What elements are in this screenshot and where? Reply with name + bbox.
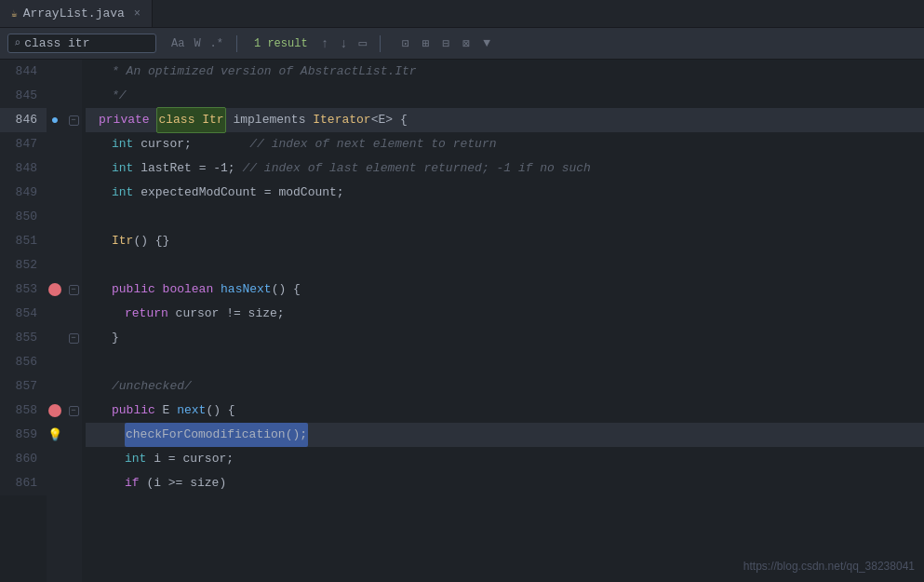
line-number: 852 — [0, 253, 47, 277]
fold-icon-cell[interactable]: − — [65, 399, 82, 423]
fold-toggle-icon[interactable]: − — [69, 406, 79, 416]
gutter-icon-cell — [47, 326, 63, 350]
fold-icon-cell — [65, 205, 82, 229]
code-line: public E next() { — [86, 399, 924, 423]
line-number: 861 — [0, 471, 47, 495]
fold-icon-cell[interactable]: − — [65, 277, 82, 302]
code-line: */ — [86, 84, 924, 108]
code-line: checkForComodification(); — [86, 423, 924, 447]
debug-breakpoint-icon[interactable] — [48, 404, 61, 417]
fold-icon-cell — [65, 253, 82, 277]
filter-btn-5[interactable]: ▼ — [478, 34, 495, 52]
search-next-button[interactable]: ↓ — [336, 35, 351, 52]
code-column: * An optimized version of AbstractList.I… — [82, 60, 924, 582]
match-word-button[interactable]: W — [190, 35, 204, 52]
code-line: int cursor; // index of next element to … — [86, 132, 924, 156]
search-results-count: 1 result — [254, 37, 308, 50]
gutter-icon-cell — [47, 229, 63, 253]
code-line: } — [86, 326, 924, 350]
search-prev-button[interactable]: ↑ — [317, 35, 332, 52]
line-number: 856 — [0, 350, 47, 374]
line-number: 844 — [0, 60, 47, 84]
selected-text: checkForComodification(); — [125, 423, 308, 447]
search-input[interactable]: class itr — [24, 36, 89, 50]
search-separator-2 — [380, 35, 381, 52]
fold-icon-cell — [65, 423, 82, 447]
line-number: 859 — [0, 423, 47, 447]
tab-filename: ArrayList.java — [23, 7, 125, 20]
gutter-icon-cell — [47, 205, 63, 229]
fold-toggle-icon[interactable]: − — [69, 333, 79, 344]
regex-button[interactable]: .* — [207, 35, 227, 52]
search-match: class Itr — [156, 107, 225, 133]
line-number: 860 — [0, 447, 47, 471]
code-area: 8448458468478488498508518528538548558568… — [0, 60, 924, 582]
fold-icon-cell — [65, 302, 82, 326]
fold-icon-cell — [65, 132, 82, 156]
line-number: 848 — [0, 156, 47, 181]
line-number: 857 — [0, 374, 47, 399]
gutter-icon-cell[interactable] — [47, 84, 63, 108]
gutter-icon-cell[interactable] — [47, 399, 63, 423]
fold-icon-cell[interactable]: − — [65, 326, 82, 350]
fold-icon-cell — [65, 229, 82, 253]
search-input-container[interactable]: ⌕ class itr — [7, 34, 156, 53]
code-line: public boolean hasNext() { — [86, 277, 924, 302]
line-number: 846 — [0, 108, 47, 132]
gutter-icon-cell[interactable]: ● — [47, 108, 63, 132]
gutter-icon-cell — [47, 302, 63, 326]
gutter-icon-cell — [47, 156, 63, 181]
gutter-icons-column: ●💡 — [47, 60, 65, 582]
match-case-button[interactable]: Aa — [167, 35, 188, 52]
gutter-icon-cell — [47, 471, 63, 495]
gutter-icon-cell — [47, 132, 63, 156]
fold-icon-cell — [65, 84, 82, 108]
code-line — [86, 205, 924, 229]
gutter-icon-cell[interactable]: 💡 — [47, 423, 63, 447]
fold-icon-cell[interactable]: − — [65, 108, 82, 132]
line-number: 855 — [0, 326, 47, 350]
fold-icon-cell — [65, 350, 82, 374]
fold-toggle-icon[interactable]: − — [69, 115, 79, 126]
select-all-results-button[interactable]: ▭ — [355, 34, 369, 52]
tab-close-button[interactable]: × — [134, 7, 141, 20]
search-filter-buttons: ⊡ ⊞ ⊟ ⊠ ▼ — [397, 34, 495, 53]
code-line: int lastRet = -1; // index of last eleme… — [86, 156, 924, 181]
search-icon: ⌕ — [14, 36, 20, 50]
debug-breakpoint-icon[interactable] — [48, 283, 61, 296]
code-line: /unchecked/ — [86, 374, 924, 399]
line-number: 849 — [0, 181, 47, 205]
fold-toggle-icon[interactable]: − — [69, 285, 79, 295]
fold-icons-column: −−−− — [65, 60, 82, 582]
file-tab[interactable]: ☕ ArrayList.java × — [0, 0, 153, 27]
fold-icon-cell — [65, 471, 82, 495]
gutter-icon-cell[interactable] — [47, 277, 63, 302]
current-line-icon: ● — [51, 113, 59, 128]
line-number: 851 — [0, 229, 47, 253]
line-number: 858 — [0, 399, 47, 423]
filter-btn-3[interactable]: ⊟ — [438, 34, 455, 53]
filter-btn-2[interactable]: ⊞ — [418, 34, 435, 53]
gutter-icon-cell — [47, 374, 63, 399]
code-line: int expectedModCount = modCount; — [86, 181, 924, 205]
line-number: 845 — [0, 84, 47, 108]
fold-icon-cell — [65, 447, 82, 471]
fold-icon-cell — [65, 60, 82, 84]
filter-btn-1[interactable]: ⊡ — [397, 34, 414, 53]
gutter-icon-cell — [47, 60, 63, 84]
gutter-icon-cell — [47, 181, 63, 205]
fold-icon-cell — [65, 181, 82, 205]
line-number: 850 — [0, 205, 47, 229]
tab-bar: ☕ ArrayList.java × — [0, 0, 924, 28]
filter-btn-4[interactable]: ⊠ — [458, 34, 475, 53]
gutter-icon-cell — [47, 253, 63, 277]
code-line: * An optimized version of AbstractList.I… — [86, 60, 924, 84]
line-number: 853 — [0, 277, 47, 302]
code-line — [86, 350, 924, 374]
code-line: return cursor != size; — [86, 302, 924, 326]
lightbulb-icon[interactable]: 💡 — [47, 427, 62, 442]
search-toolbar: Aa W .* — [167, 35, 227, 52]
gutter-icon-cell — [47, 350, 63, 374]
java-file-icon: ☕ — [11, 7, 18, 20]
line-numbers-column: 8448458468478488498508518528538548558568… — [0, 60, 47, 582]
